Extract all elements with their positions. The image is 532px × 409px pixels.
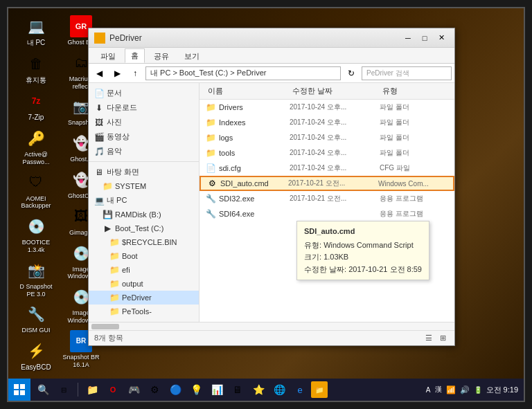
sidebar-item-output[interactable]: 📁 output	[89, 277, 199, 291]
bootice-label: BOOTICE1.3.4k	[22, 239, 51, 254]
tray-volume[interactable]: 🔊	[460, 385, 470, 394]
sidebar-item-recycle[interactable]: 📁 $RECYCLE.BIN	[89, 235, 199, 249]
file-name-sdi32: SDI32.exe	[219, 194, 290, 203]
desktop-icon-easybcd[interactable]: ⚡ EasyBCD	[15, 340, 57, 372]
col-type[interactable]: 유형	[380, 84, 449, 98]
file-row-sdicfg[interactable]: 📄 sdi.cfg 2017-10-24 오후... CFG 파일	[200, 161, 454, 176]
taskbar-search[interactable]: 🔍	[33, 380, 53, 399]
taskbar-clock[interactable]: 오전 9:19	[486, 385, 518, 395]
file-type-sdiauto: Windows Com...	[378, 180, 447, 188]
address-path[interactable]: 내 PC > Boot_Test (C:) > PeDriver	[145, 66, 341, 80]
sidebar-item-boottest[interactable]: ▶ Boot_Test (C:)	[89, 221, 199, 235]
active-icon: 🔑	[25, 127, 47, 149]
file-row-drivers[interactable]: 📁 Drivers 2017-10-24 오후... 파일 폴더	[200, 100, 454, 115]
back-button[interactable]: ◀	[91, 66, 107, 81]
sidebar-item-photos[interactable]: 🖼 사진	[89, 115, 199, 129]
ribbon-tab-view[interactable]: 보기	[178, 49, 206, 63]
sidebar-item-downloads[interactable]: ⬇ 다운로드	[89, 100, 199, 115]
col-name[interactable]: 이름	[205, 84, 290, 98]
taskbar-icon10[interactable]: 🌐	[269, 380, 289, 399]
screen: 💻 내 PC 🗑 휴지통 7z 7-Zip 🔑 Active@Passwo...…	[7, 7, 525, 402]
sidebar-item-pedriver[interactable]: 📁 PeDriver	[89, 291, 199, 305]
tray-lang-han[interactable]: 漢	[435, 385, 442, 394]
taskbar-icon4[interactable]: ⚙	[145, 380, 164, 399]
ribbon-tab-file[interactable]: 파일	[94, 49, 122, 63]
maximize-button[interactable]: □	[417, 32, 432, 44]
desktop-icon-trash[interactable]: 🗑 휴지통	[15, 53, 57, 84]
sidebar-item-videos[interactable]: 🎬 동영상	[89, 129, 199, 144]
search-box[interactable]: PeDriver 검색	[362, 66, 452, 80]
file-row-sdi64[interactable]: 🔧 SDI64.exe 응용 프로그램	[200, 206, 454, 221]
tray-lang-a[interactable]: A	[426, 386, 431, 394]
close-button[interactable]: ✕	[434, 32, 449, 44]
sidebar-item-efi[interactable]: 📁 efi	[89, 263, 199, 277]
ribbon-tab-home[interactable]: 홈	[125, 48, 145, 63]
folder-icon-tools: 📁	[205, 148, 216, 158]
taskbar-explorer[interactable]: 📁	[82, 380, 102, 399]
output-icon: 📁	[109, 279, 119, 289]
desktop-icon-active[interactable]: 🔑 Active@Passwo...	[15, 127, 57, 166]
horizontal-scrollbar[interactable]	[89, 322, 454, 330]
tooltip-date: 수정한 날짜: 2017-10-21 오전 8:59	[304, 264, 422, 276]
file-type-sdi32: 응용 프로그램	[380, 194, 449, 203]
easybcd-icon: ⚡	[25, 340, 47, 362]
minimize-button[interactable]: ─	[400, 32, 416, 44]
music-icon: 🎵	[94, 147, 104, 156]
bootice-icon: 💿	[25, 215, 47, 237]
sidebar-item-petools[interactable]: 📁 PeTools-	[89, 305, 199, 318]
taskbar-icon8[interactable]: 🖥	[228, 380, 247, 399]
desktop-icon-aomei[interactable]: 🛡 AOMEIBackupper	[15, 172, 57, 210]
sidebar-item-system[interactable]: 📁 SYSTEM	[89, 179, 199, 193]
efi-icon: 📁	[109, 265, 119, 275]
sidebar-item-desktop[interactable]: 🖥 바탕 화면	[89, 165, 199, 179]
taskbar-icon9[interactable]: ⭐	[249, 380, 268, 399]
sidebar-item-music[interactable]: 🎵 음악	[89, 144, 199, 158]
taskbar-browser1[interactable]: O	[103, 380, 123, 399]
taskbar-icon7[interactable]: 📊	[207, 380, 227, 399]
photos-icon: 🖼	[94, 118, 104, 127]
file-row-tools[interactable]: 📁 tools 2017-10-24 오후... 파일 폴더	[200, 145, 454, 161]
pedriver-label: PeDriver	[122, 293, 193, 302]
desktop-icon-mypc[interactable]: 💻 내 PC	[15, 15, 57, 47]
col-date[interactable]: 수정한 날짜	[290, 84, 380, 98]
taskbar-taskview[interactable]: ⊟	[54, 380, 73, 399]
desktop-icon-dsnapshot[interactable]: 📸 D SnapshotPE 3.0	[15, 260, 57, 298]
tray-network[interactable]: 📶	[446, 385, 456, 394]
system-label: SYSTEM	[115, 182, 193, 190]
file-row-logs[interactable]: 📁 logs 2017-10-24 오후... 파일 폴더	[200, 130, 454, 145]
up-button[interactable]: ↑	[127, 66, 143, 81]
desktop-icon-7zip[interactable]: 7z 7-Zip	[15, 90, 57, 122]
ribbon-tab-share[interactable]: 공유	[148, 49, 175, 63]
scrollbar-thumb[interactable]	[91, 324, 119, 329]
taskbar-ie[interactable]: e	[290, 380, 310, 399]
taskbar-icon3[interactable]: 🎮	[124, 380, 143, 399]
file-date-sdiauto: 2017-10-21 오전...	[288, 179, 378, 188]
explorer-window: PeDriver ─ □ ✕ 파일 홈 공유 보기 ◀ ▶	[88, 28, 455, 346]
desktop-icon-dismgui[interactable]: 🔧 DISM GUI	[15, 303, 57, 334]
downloads-label: 다운로드	[107, 102, 193, 113]
refresh-button[interactable]: ↻	[344, 66, 359, 81]
file-row-indexes[interactable]: 📁 Indexes 2017-10-24 오후... 파일 폴더	[200, 115, 454, 130]
sidebar-item-ramdisk[interactable]: 💾 RAMDisk (B:)	[89, 208, 199, 221]
trash-label: 휴지통	[26, 76, 46, 84]
file-row-sdiauto[interactable]: ⚙ SDI_auto.cmd 2017-10-21 오전... Windows …	[200, 176, 454, 191]
tray-battery[interactable]: 🔋	[474, 386, 482, 394]
taskbar-icon6[interactable]: 💡	[186, 380, 206, 399]
taskbar-icon11[interactable]: 📁	[311, 381, 328, 398]
sidebar-item-docs[interactable]: 📄 문서	[89, 86, 199, 100]
output-label: output	[122, 280, 193, 288]
desktop-label-sidebar: 바탕 화면	[107, 167, 193, 177]
videos-icon: 🎬	[94, 132, 104, 142]
docs-icon: 📄	[94, 89, 104, 98]
sidebar-item-boot[interactable]: 📁 Boot	[89, 249, 199, 263]
desktop-icon-bootice[interactable]: 💿 BOOTICE1.3.4k	[15, 215, 57, 254]
search-placeholder: PeDriver 검색	[366, 69, 409, 78]
forward-button[interactable]: ▶	[109, 66, 125, 81]
sidebar-item-mypc[interactable]: 💻 내 PC	[89, 193, 199, 208]
start-button[interactable]	[8, 379, 30, 401]
taskbar-icon5[interactable]: 🔵	[166, 380, 185, 399]
list-view-button[interactable]: ☰	[423, 332, 435, 345]
grid-view-button[interactable]: ⊞	[436, 332, 449, 345]
file-row-sdi32[interactable]: 🔧 SDI32.exe 2017-10-21 오전... 응용 프로그램	[200, 191, 454, 206]
file-list: 이름 수정한 날짜 유형 📁 Drivers 2017-10-24 오후... …	[200, 83, 454, 322]
